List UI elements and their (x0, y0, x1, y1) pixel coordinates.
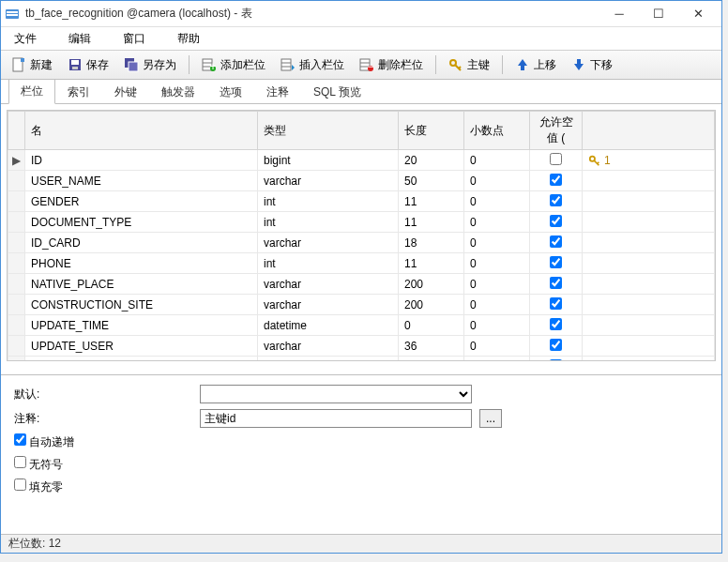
table-row[interactable]: PHONEint110 (8, 253, 715, 274)
cell-length[interactable]: 0 (399, 315, 464, 336)
cell-key[interactable] (583, 315, 715, 336)
close-button[interactable]: ✕ (678, 2, 718, 26)
cell-nullable[interactable] (530, 274, 583, 295)
cell-nullable[interactable] (530, 295, 583, 315)
cell-nullable[interactable] (530, 171, 583, 191)
cell-decimals[interactable]: 0 (464, 191, 530, 212)
cell-type[interactable]: int (258, 191, 399, 212)
tab-foreignkeys[interactable]: 外键 (102, 80, 149, 104)
cell-name[interactable]: DOCUMENT_TYPE (25, 212, 258, 233)
cell-key[interactable] (583, 295, 715, 315)
col-decimals[interactable]: 小数点 (464, 112, 530, 150)
cell-decimals[interactable]: 0 (464, 212, 530, 233)
table-row[interactable]: GENDERint110 (8, 191, 715, 212)
comment-more-button[interactable]: ... (479, 409, 502, 428)
cell-type[interactable]: varchar (258, 336, 399, 357)
tab-fields[interactable]: 栏位 (8, 79, 55, 104)
cell-length[interactable]: 200 (399, 295, 464, 315)
cell-name[interactable]: UPDATE_TIME (25, 315, 258, 336)
cell-length[interactable]: 50 (399, 171, 464, 191)
col-nullable[interactable]: 允许空值 ( (530, 112, 583, 150)
cell-name[interactable]: NATIVE_PLACE (25, 274, 258, 295)
cell-key[interactable] (583, 212, 715, 233)
tab-options[interactable]: 选项 (207, 80, 254, 104)
save-button[interactable]: 保存 (61, 53, 115, 76)
addcol-button[interactable]: + 添加栏位 (195, 53, 272, 76)
cell-type[interactable]: bigint (258, 150, 399, 171)
table-row[interactable]: CREATE_TIMEdatetime00 (8, 357, 715, 362)
col-key[interactable] (583, 112, 715, 150)
cell-key[interactable] (583, 191, 715, 212)
menu-file[interactable]: 文件 (10, 29, 40, 49)
maximize-button[interactable]: ☐ (639, 2, 678, 26)
cell-length[interactable]: 11 (399, 212, 464, 233)
new-button[interactable]: 新建 (5, 53, 59, 76)
fields-grid[interactable]: 名 类型 长度 小数点 允许空值 ( ▶IDbigint2001USER_NAM… (7, 110, 716, 361)
saveas-button[interactable]: 另存为 (117, 53, 183, 76)
cell-type[interactable]: int (258, 253, 399, 274)
cell-decimals[interactable]: 0 (464, 233, 530, 253)
cell-length[interactable]: 20 (399, 150, 464, 171)
cell-type[interactable]: varchar (258, 171, 399, 191)
cell-length[interactable]: 18 (399, 233, 464, 253)
table-row[interactable]: USER_NAMEvarchar500 (8, 171, 715, 191)
cell-name[interactable]: CREATE_TIME (25, 357, 258, 362)
tab-triggers[interactable]: 触发器 (149, 80, 207, 104)
comment-input[interactable] (200, 409, 472, 428)
zerofill-checkbox[interactable]: 填充零 (14, 478, 63, 495)
cell-key[interactable]: 1 (583, 150, 715, 171)
cell-decimals[interactable]: 0 (464, 336, 530, 357)
table-row[interactable]: UPDATE_TIMEdatetime00 (8, 315, 715, 336)
col-type[interactable]: 类型 (258, 112, 399, 150)
col-name[interactable]: 名 (25, 112, 258, 150)
cell-name[interactable]: CONSTRUCTION_SITE (25, 295, 258, 315)
cell-decimals[interactable]: 0 (464, 315, 530, 336)
table-row[interactable]: ID_CARDvarchar180 (8, 233, 715, 253)
cell-decimals[interactable]: 0 (464, 171, 530, 191)
table-row[interactable]: ▶IDbigint2001 (8, 150, 715, 171)
unsigned-checkbox[interactable]: 无符号 (14, 456, 63, 473)
cell-nullable[interactable] (530, 191, 583, 212)
cell-type[interactable]: varchar (258, 233, 399, 253)
primarykey-button[interactable]: 主键 (442, 53, 496, 76)
cell-length[interactable]: 36 (399, 336, 464, 357)
cell-decimals[interactable]: 0 (464, 357, 530, 362)
cell-nullable[interactable] (530, 357, 583, 362)
cell-decimals[interactable]: 0 (464, 253, 530, 274)
delcol-button[interactable]: − 删除栏位 (353, 53, 430, 76)
cell-nullable[interactable] (530, 233, 583, 253)
tab-sqlpreview[interactable]: SQL 预览 (301, 80, 373, 104)
cell-name[interactable]: USER_NAME (25, 171, 258, 191)
cell-name[interactable]: GENDER (25, 191, 258, 212)
movedown-button[interactable]: 下移 (565, 53, 619, 76)
cell-name[interactable]: ID_CARD (25, 233, 258, 253)
menu-window[interactable]: 窗口 (119, 29, 149, 49)
cell-type[interactable]: int (258, 212, 399, 233)
table-row[interactable]: CONSTRUCTION_SITEvarchar2000 (8, 295, 715, 315)
cell-nullable[interactable] (530, 253, 583, 274)
table-row[interactable]: DOCUMENT_TYPEint110 (8, 212, 715, 233)
cell-type[interactable]: datetime (258, 315, 399, 336)
menu-help[interactable]: 帮助 (174, 29, 204, 49)
autoinc-checkbox[interactable]: 自动递增 (14, 433, 74, 450)
cell-length[interactable]: 0 (399, 357, 464, 362)
tab-comment[interactable]: 注释 (254, 80, 301, 104)
menu-edit[interactable]: 编辑 (65, 29, 95, 49)
cell-type[interactable]: varchar (258, 295, 399, 315)
cell-decimals[interactable]: 0 (464, 295, 530, 315)
cell-decimals[interactable]: 0 (464, 274, 530, 295)
cell-length[interactable]: 11 (399, 191, 464, 212)
cell-key[interactable] (583, 233, 715, 253)
cell-nullable[interactable] (530, 212, 583, 233)
cell-length[interactable]: 11 (399, 253, 464, 274)
cell-nullable[interactable] (530, 315, 583, 336)
table-row[interactable]: NATIVE_PLACEvarchar2000 (8, 274, 715, 295)
cell-name[interactable]: ID (25, 150, 258, 171)
cell-key[interactable] (583, 253, 715, 274)
cell-name[interactable]: PHONE (25, 253, 258, 274)
cell-key[interactable] (583, 336, 715, 357)
cell-length[interactable]: 200 (399, 274, 464, 295)
table-row[interactable]: UPDATE_USERvarchar360 (8, 336, 715, 357)
cell-key[interactable] (583, 357, 715, 362)
tab-indexes[interactable]: 索引 (55, 80, 102, 104)
